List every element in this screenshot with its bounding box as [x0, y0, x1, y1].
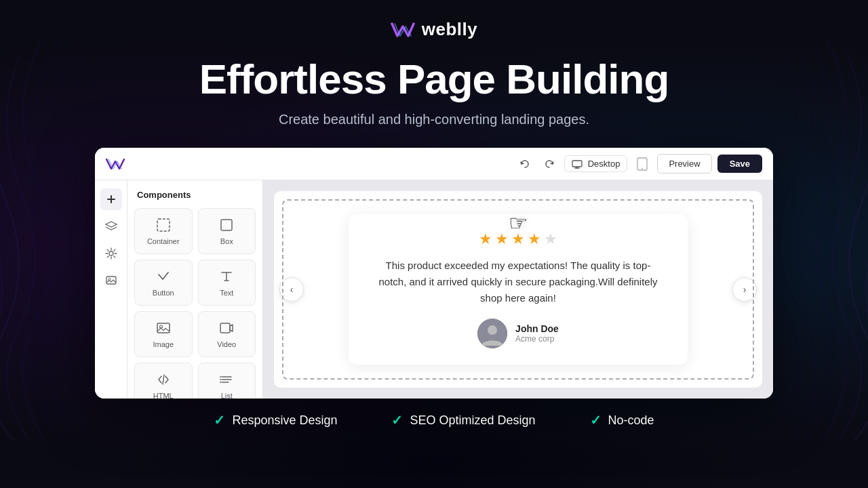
component-html[interactable]: HTML: [134, 363, 193, 399]
hero-subtitle: Create beautiful and high-converting lan…: [279, 112, 589, 127]
icon-rail: [95, 180, 127, 399]
feature-text-3: No-code: [608, 413, 654, 428]
panel-title: Components: [134, 190, 256, 200]
testimonial-card: ★ ★ ★ ★ ★ This product exceeded my expec…: [349, 214, 688, 365]
preview-button[interactable]: Preview: [657, 154, 711, 174]
container-icon: [155, 217, 172, 233]
tablet-view-button[interactable]: [633, 155, 652, 174]
svg-rect-0: [572, 161, 582, 167]
component-box[interactable]: Box: [198, 208, 256, 254]
builder-body: Components Container: [95, 180, 773, 399]
feature-nocode: ✓ No-code: [590, 412, 654, 428]
svg-point-5: [108, 279, 111, 281]
media-icon[interactable]: [100, 270, 122, 291]
logo-bar: weblly: [391, 19, 477, 40]
feature-text-2: SEO Optimized Design: [410, 413, 535, 428]
svg-rect-7: [221, 220, 232, 230]
svg-rect-6: [157, 219, 170, 231]
component-image[interactable]: Image: [134, 311, 193, 357]
toolbar-logo: [106, 157, 125, 171]
image-label: Image: [153, 340, 174, 348]
list-component-icon: [218, 371, 235, 388]
star-5: ★: [544, 230, 557, 248]
check-icon-2: ✓: [391, 412, 403, 428]
component-button[interactable]: Button: [134, 260, 193, 306]
feature-text-1: Responsive Design: [232, 413, 337, 428]
image-component-icon: [155, 320, 172, 336]
brand-name: weblly: [422, 19, 477, 40]
svg-point-2: [642, 167, 643, 169]
button-label: Button: [153, 289, 174, 297]
html-label: HTML: [153, 392, 174, 399]
star-4: ★: [528, 230, 541, 248]
undo-button[interactable]: [515, 155, 534, 174]
author-info: John Doe Acme corp: [515, 323, 559, 344]
text-component-icon: [218, 268, 235, 285]
check-icon-1: ✓: [214, 412, 225, 428]
box-label: Box: [220, 237, 233, 245]
star-1: ★: [479, 230, 492, 248]
svg-point-9: [159, 325, 162, 328]
check-icon-3: ✓: [590, 412, 601, 428]
container-label: Container: [147, 237, 180, 245]
layers-icon[interactable]: [100, 216, 122, 237]
svg-rect-4: [106, 277, 116, 284]
redo-button[interactable]: [540, 155, 559, 174]
video-label: Video: [217, 340, 236, 348]
svg-point-12: [220, 379, 221, 380]
component-list[interactable]: List: [198, 363, 256, 399]
add-component-icon[interactable]: [100, 188, 122, 210]
save-button[interactable]: Save: [717, 155, 762, 173]
carousel-next-button[interactable]: ›: [732, 277, 757, 302]
html-component-icon: [155, 371, 172, 388]
component-video[interactable]: Video: [198, 311, 256, 357]
toolbar-controls: Desktop Preview Save: [515, 154, 762, 174]
star-2: ★: [495, 230, 509, 248]
hero-title: Effortless Page Building: [199, 56, 669, 102]
svg-point-3: [109, 251, 113, 256]
svg-point-15: [488, 325, 497, 335]
canvas-area: ☞ ‹ ★ ★ ★ ★ ★: [263, 180, 773, 399]
video-component-icon: [218, 320, 235, 336]
svg-point-11: [220, 376, 221, 378]
svg-rect-8: [157, 323, 170, 333]
page-content: weblly Effortless Page Building Create b…: [0, 0, 868, 488]
features-bar: ✓ Responsive Design ✓ SEO Optimized Desi…: [214, 412, 654, 435]
box-icon: [218, 217, 235, 233]
svg-rect-10: [220, 323, 230, 333]
feature-responsive: ✓ Responsive Design: [214, 412, 337, 428]
weblly-logo-icon: [391, 20, 415, 40]
button-component-icon: [155, 268, 172, 285]
carousel-prev-button[interactable]: ‹: [279, 277, 304, 302]
canvas-content: ☞ ‹ ★ ★ ★ ★ ★: [274, 191, 762, 388]
author-avatar: [477, 319, 507, 348]
cursor-hand-icon: ☞: [509, 210, 528, 236]
feature-seo: ✓ SEO Optimized Design: [391, 412, 535, 428]
builder-window: Desktop Preview Save: [95, 148, 773, 399]
device-selector[interactable]: Desktop: [564, 155, 628, 172]
settings-icon[interactable]: [100, 243, 122, 264]
author-company: Acme corp: [515, 334, 559, 344]
device-label: Desktop: [588, 159, 620, 169]
component-text[interactable]: Text: [198, 260, 256, 306]
svg-point-13: [220, 382, 221, 383]
testimonial-text: This product exceeded my expectations! T…: [373, 258, 663, 306]
testimonial-author: John Doe Acme corp: [373, 319, 663, 348]
author-name: John Doe: [515, 323, 559, 334]
list-label: List: [221, 392, 233, 399]
component-grid: Container Box: [134, 208, 256, 399]
component-container[interactable]: Container: [134, 208, 193, 254]
components-panel: Components Container: [127, 180, 263, 399]
toolbar: Desktop Preview Save: [95, 148, 773, 180]
text-label: Text: [220, 289, 233, 297]
